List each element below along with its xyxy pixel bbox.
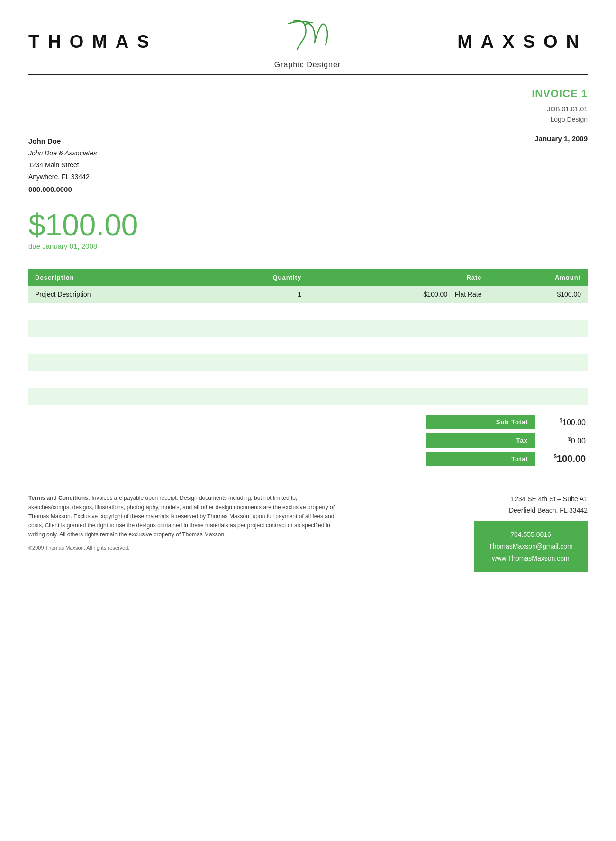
invoice-top: INVOICE 1 JOB.01.01.01 Logo Design	[0, 78, 616, 125]
table-row-empty	[28, 371, 588, 388]
subtotal-row: Sub Total $100.00	[426, 415, 588, 429]
name-right: MAXSON	[457, 32, 588, 52]
table-row-empty	[28, 337, 588, 354]
footer-left: Terms and Conditions: Invoices are payab…	[28, 494, 336, 552]
total-row: Total $100.00	[426, 452, 588, 466]
client-phone: 000.000.0000	[28, 183, 97, 196]
client-info: John Doe John Doe & Associates 1234 Main…	[28, 135, 97, 196]
footer-contact-box: 704.555.0816 ThomasMaxson@gmail.com www.…	[474, 521, 588, 572]
client-address2: Anywhere, FL 33442	[28, 171, 97, 183]
amount-value: 100.00	[45, 208, 138, 242]
table-body: Project Description 1 $100.00 – Flat Rat…	[28, 286, 588, 405]
invoice-number: INVOICE 1	[532, 88, 588, 100]
client-name: John Doe	[28, 135, 97, 147]
footer-terms: Terms and Conditions: Invoices are payab…	[28, 494, 336, 539]
footer-website: www.ThomasMaxson.com	[483, 552, 578, 564]
row1-description: Project Description	[28, 286, 202, 303]
logo-area: Graphic Designer	[274, 14, 341, 69]
client-company: John Doe & Associates	[28, 147, 97, 159]
col-rate: Rate	[308, 269, 488, 286]
total-value: $100.00	[535, 453, 588, 464]
invoice-right: INVOICE 1 JOB.01.01.01 Logo Design	[532, 88, 588, 125]
tax-value: $0.00	[535, 436, 588, 445]
invoice-job-number: JOB.01.01.01	[532, 104, 588, 114]
footer-right: 1234 SE 4th St – Suite A1 Deerfield Beac…	[353, 494, 588, 572]
subtotal-value: $100.00	[535, 417, 588, 427]
subtotal-label: Sub Total	[426, 415, 535, 429]
col-amount: Amount	[489, 269, 588, 286]
tax-row: Tax $0.00	[426, 433, 588, 448]
row1-amount: $100.00	[489, 286, 588, 303]
col-quantity: Quantity	[202, 269, 308, 286]
client-address1: 1234 Main Street	[28, 159, 97, 171]
header-divider	[28, 74, 588, 75]
col-description: Description	[28, 269, 202, 286]
invoice-table: Description Quantity Rate Amount Project…	[28, 269, 588, 405]
table-row-empty	[28, 320, 588, 337]
footer-email: ThomasMaxson@gmail.com	[483, 541, 578, 552]
tax-label: Tax	[426, 433, 535, 448]
amount-due-section: $100.00 due January 01, 2008	[0, 196, 616, 255]
invoice-job-name: Logo Design	[532, 114, 588, 125]
footer-address2: Deerfield Beach, FL 33442	[353, 505, 588, 516]
table-section: Description Quantity Rate Amount Project…	[0, 255, 616, 405]
footer-address1: 1234 SE 4th St – Suite A1	[353, 494, 588, 505]
page-header: THOMAS Graphic Designer MAXSON	[0, 0, 616, 74]
footer-address: 1234 SE 4th St – Suite A1 Deerfield Beac…	[353, 494, 588, 516]
table-row-empty	[28, 354, 588, 371]
invoice-date: January 1, 2009	[534, 135, 588, 196]
footer-phone: 704.555.0816	[483, 529, 578, 541]
terms-title: Terms and Conditions:	[28, 495, 90, 501]
currency-symbol: $	[28, 208, 45, 242]
due-date: due January 01, 2008	[28, 242, 588, 250]
table-row: Project Description 1 $100.00 – Flat Rat…	[28, 286, 588, 303]
footer-section: Terms and Conditions: Invoices are payab…	[0, 470, 616, 586]
logo-subtitle: Graphic Designer	[274, 61, 341, 69]
totals-table: Sub Total $100.00 Tax $0.00 Total $100.0…	[426, 415, 588, 470]
amount-big: $100.00	[28, 210, 588, 240]
table-row-empty	[28, 388, 588, 405]
name-left: THOMAS	[28, 32, 158, 52]
row1-rate: $100.00 – Flat Rate	[308, 286, 488, 303]
row1-quantity: 1	[202, 286, 308, 303]
table-row-empty	[28, 303, 588, 320]
logo-svg	[279, 14, 336, 57]
total-label: Total	[426, 452, 535, 466]
table-header: Description Quantity Rate Amount	[28, 269, 588, 286]
footer-copyright: ©2009 Thomas Maxson. All rights reserved…	[28, 544, 336, 552]
totals-section: Sub Total $100.00 Tax $0.00 Total $100.0…	[0, 405, 616, 470]
client-date-row: John Doe John Doe & Associates 1234 Main…	[0, 125, 616, 196]
